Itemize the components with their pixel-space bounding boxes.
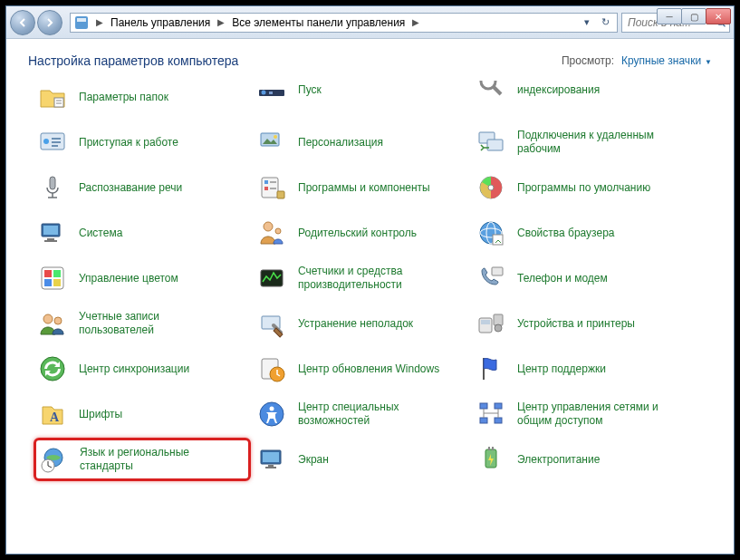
remote-icon <box>476 127 506 158</box>
control-panel-window: ─ ▢ ✕ ▶ Панель управления ▶ Все элементы… <box>5 5 735 555</box>
panel-item-label[interactable]: Приступая к работе <box>79 136 178 150</box>
panel-item[interactable]: Счетчики и средства производительности <box>253 256 470 300</box>
panel-item[interactable]: Устройства и принтеры <box>472 302 698 345</box>
panel-item[interactable]: Параметры папок <box>34 75 251 119</box>
view-options: Просмотр: Крупные значки▼ <box>562 54 712 67</box>
chevron-right-icon[interactable]: ▶ <box>92 17 107 27</box>
items-scroll-area[interactable]: Параметры папокПускиндексированияПриступ… <box>6 73 734 554</box>
arrow-left-icon <box>17 17 28 28</box>
panel-item-label[interactable]: Счетчики и средства производительности <box>298 265 456 292</box>
content-area: Настройка параметров компьютера Просмотр… <box>6 39 734 554</box>
panel-item-label[interactable]: Электропитание <box>517 453 600 467</box>
personalization-icon <box>256 127 287 158</box>
panel-item[interactable]: Центр специальных возможностей <box>253 392 470 436</box>
address-bar[interactable]: ▶ Панель управления ▶ Все элементы панел… <box>70 13 618 33</box>
view-label: Просмотр: <box>562 54 614 67</box>
panel-item-label[interactable]: Система <box>79 227 122 240</box>
panel-item-label[interactable]: Параметры папок <box>79 91 168 104</box>
close-button[interactable]: ✕ <box>706 8 731 24</box>
sync-icon <box>37 353 68 384</box>
back-button[interactable] <box>10 10 35 35</box>
panel-item[interactable]: Устранение неполадок <box>253 302 470 345</box>
panel-item[interactable]: Программы по умолчанию <box>472 166 698 209</box>
phone-icon <box>476 263 506 294</box>
panel-item-label[interactable]: Устройства и принтеры <box>517 317 635 331</box>
panel-item-label[interactable]: индексирования <box>517 83 600 97</box>
view-dropdown[interactable]: Крупные значки▼ <box>621 54 712 67</box>
panel-item-label[interactable]: Учетные записи пользователей <box>79 310 237 337</box>
panel-item[interactable]: Телефон и модем <box>472 256 698 300</box>
panel-item[interactable]: Система <box>34 211 251 255</box>
trouble-icon <box>256 308 287 339</box>
panel-item[interactable]: Центр поддержки <box>472 347 698 391</box>
programs-icon <box>256 172 287 203</box>
display-icon <box>256 444 287 475</box>
panel-item-label[interactable]: Программы по умолчанию <box>517 181 650 195</box>
window-controls: ─ ▢ ✕ <box>658 8 731 24</box>
panel-item-label[interactable]: Подключения к удаленным рабочим <box>517 129 676 156</box>
chevron-right-icon[interactable]: ▶ <box>214 17 228 27</box>
panel-item-label[interactable]: Родительский контроль <box>298 227 417 240</box>
panel-item-label[interactable]: Программы и компоненты <box>298 181 430 195</box>
panel-item[interactable]: Подключения к удаленным рабочим <box>472 121 698 164</box>
panel-item[interactable]: Персонализация <box>253 121 470 164</box>
panel-item-label[interactable]: Центр специальных возможностей <box>298 401 456 428</box>
arrow-right-icon <box>44 17 55 28</box>
panel-item[interactable]: Центр управления сетями и общим доступом <box>472 392 698 436</box>
users-icon <box>37 308 68 339</box>
items-grid: Параметры папокПускиндексированияПриступ… <box>34 75 725 481</box>
panel-item-label[interactable]: Центр обновления Windows <box>298 362 439 376</box>
refresh-button[interactable]: ↻ <box>597 14 613 31</box>
panel-item[interactable]: Шрифты <box>34 392 251 436</box>
power-icon <box>476 444 506 475</box>
chevron-down-icon: ▼ <box>701 58 712 66</box>
panel-item-label[interactable]: Управление цветом <box>79 272 178 285</box>
panel-item-label[interactable]: Персонализация <box>298 136 383 150</box>
defaults-icon <box>476 172 506 203</box>
panel-item[interactable]: Центр обновления Windows <box>253 347 470 391</box>
browser-icon <box>476 217 506 248</box>
panel-item[interactable]: Электропитание <box>472 438 698 481</box>
panel-item-label[interactable]: Язык и региональные стандарты <box>80 446 238 473</box>
folder-options-icon <box>37 82 68 112</box>
panel-item-label[interactable]: Устранение неполадок <box>298 317 413 331</box>
panel-item[interactable]: Программы и компоненты <box>253 166 470 209</box>
forward-button[interactable] <box>37 10 62 35</box>
panel-item-label[interactable]: Свойства браузера <box>517 227 615 240</box>
minimize-button[interactable]: ─ <box>657 8 682 24</box>
dropdown-history-button[interactable]: ▾ <box>579 14 595 31</box>
panel-item[interactable]: Язык и региональные стандарты <box>34 438 251 481</box>
panel-item[interactable]: Приступая к работе <box>34 121 251 164</box>
system-icon <box>37 217 68 248</box>
panel-item[interactable]: Распознавание речи <box>34 166 251 209</box>
panel-item[interactable]: Родительский контроль <box>253 211 470 255</box>
panel-item[interactable]: Экран <box>253 438 470 481</box>
ease-icon <box>256 399 287 430</box>
breadcrumb-item[interactable]: Панель управления <box>111 16 210 29</box>
breadcrumb-item[interactable]: Все элементы панели управления <box>232 16 405 29</box>
network-icon <box>476 399 506 430</box>
panel-item[interactable]: Центр синхронизации <box>34 347 251 391</box>
panel-item-label[interactable]: Центр поддержки <box>517 362 606 376</box>
maximize-button[interactable]: ▢ <box>681 8 706 24</box>
panel-item[interactable]: Учетные записи пользователей <box>34 302 251 345</box>
panel-item-label[interactable]: Центр синхронизации <box>79 362 189 376</box>
chevron-right-icon[interactable]: ▶ <box>408 17 423 27</box>
panel-item-label[interactable]: Распознавание речи <box>79 181 182 195</box>
color-icon <box>37 263 68 294</box>
panel-item[interactable]: Свойства браузера <box>472 211 698 255</box>
fonts-icon <box>37 399 68 430</box>
page-title: Настройка параметров компьютера <box>28 53 238 68</box>
panel-item-label[interactable]: Пуск <box>298 83 322 97</box>
panel-item[interactable]: Пуск <box>253 75 470 104</box>
panel-item-label[interactable]: Телефон и модем <box>517 272 608 285</box>
flag-icon <box>476 353 506 384</box>
panel-item[interactable]: Управление цветом <box>34 256 251 300</box>
panel-item-label[interactable]: Центр управления сетями и общим доступом <box>517 401 676 428</box>
panel-item-label[interactable]: Шрифты <box>79 408 122 421</box>
index-icon <box>476 81 506 99</box>
panel-item[interactable]: индексирования <box>472 75 698 104</box>
getting-started-icon <box>37 127 68 158</box>
panel-item-label[interactable]: Экран <box>298 453 329 467</box>
svg-rect-1 <box>77 18 86 22</box>
